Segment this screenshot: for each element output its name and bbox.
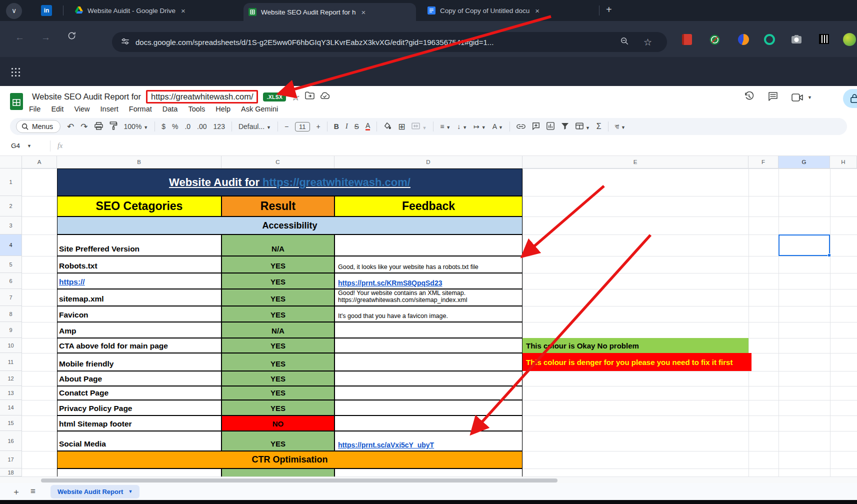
cell-banner-title[interactable]: Website Audit for https://greatwhitewash… (57, 168, 522, 196)
cell-result-row16[interactable]: YES (222, 431, 334, 451)
table-views-icon[interactable]: ▼ (576, 122, 590, 131)
extension-adblock-icon[interactable] (709, 34, 720, 48)
print-icon[interactable] (94, 122, 103, 132)
cell-label-row15[interactable]: html Sitemap footer (57, 416, 222, 431)
cell-header-feedback[interactable]: Feedback (334, 196, 522, 216)
increase-font-size-button[interactable]: + (316, 122, 320, 130)
fill-handle[interactable] (828, 254, 831, 257)
cell-feedback-row16[interactable]: https://prnt.sc/aVxi5cY_ubyT (334, 431, 522, 451)
row-header-2[interactable]: 2 (0, 196, 22, 216)
column-header-g[interactable]: G (778, 156, 830, 168)
cell-label-row8[interactable]: Favicon (57, 306, 222, 322)
text-rotation-icon[interactable]: A ▼ (492, 122, 503, 130)
zoom-select[interactable]: 100% ▼ (124, 122, 148, 130)
row-header-6[interactable]: 6 (0, 273, 22, 289)
extension-red-icon[interactable] (682, 34, 692, 47)
star-icon[interactable]: ☆ (291, 91, 300, 103)
extension-dark-icon[interactable] (819, 34, 829, 44)
cell-result-row6[interactable]: YES (222, 273, 334, 289)
document-title-url-annotated[interactable]: https://greatwhitewash.com/ (146, 90, 258, 104)
cell-label-row16[interactable]: Social Media (57, 431, 222, 451)
banner-link[interactable]: https://greatwhitewash.com/ (262, 176, 410, 188)
bold-icon[interactable]: B (334, 122, 339, 130)
merge-cells-icon[interactable]: ▼ (412, 122, 426, 131)
text-wrap-icon[interactable]: ↦ ▼ (474, 122, 486, 130)
cell-header-result[interactable]: Result (222, 196, 334, 216)
cell-label-row7[interactable]: sitemap.xml (57, 289, 222, 306)
font-select[interactable]: Defaul... ▼ (238, 122, 271, 130)
profile-avatar[interactable] (843, 33, 856, 46)
cell-feedback-row4[interactable] (334, 234, 522, 256)
column-header-f[interactable]: F (748, 156, 778, 168)
cell-result-row13[interactable]: YES (222, 386, 334, 400)
row-header-5[interactable]: 5 (0, 256, 22, 273)
browser-tab-docs[interactable]: Copy of Copy of Untitled docu × (422, 0, 592, 21)
row-header-12[interactable]: 12 (0, 371, 22, 386)
omnibox[interactable]: docs.google.com/spreadsheets/d/1S-g2E5ww… (112, 32, 667, 52)
menu-tools[interactable]: Tools (188, 105, 205, 113)
cell-feedback-row8[interactable]: It's good that you have a favicon image. (334, 306, 522, 322)
row-header-1[interactable]: 1 (0, 168, 22, 196)
grid-corner[interactable] (0, 156, 22, 168)
move-folder-icon[interactable] (305, 92, 314, 102)
cell-section-ctr-optimisation[interactable]: CTR Optimisation (57, 451, 522, 468)
vertical-align-icon[interactable]: ↓ ▼ (457, 122, 467, 130)
cell-label-row10[interactable]: CTA above fold for main page (57, 338, 222, 353)
menu-view[interactable]: View (74, 105, 90, 113)
zoom-indicator-icon[interactable] (620, 36, 629, 48)
apps-grid-icon[interactable] (10, 66, 20, 76)
cell-label-row6[interactable]: https:// (57, 273, 222, 289)
row-header-9[interactable]: 9 (0, 322, 22, 338)
name-box[interactable]: G4 ▼ (0, 142, 43, 150)
column-header-h[interactable]: H (830, 156, 857, 168)
cell-label-row11[interactable]: Mobile friendly (57, 353, 222, 371)
cell-label-row14[interactable]: Privacy Policy Page (57, 400, 222, 416)
menu-data[interactable]: Data (162, 105, 178, 113)
row-header-17[interactable]: 17 (0, 451, 22, 468)
row-header-4[interactable]: 4 (0, 234, 22, 256)
share-button[interactable] (843, 89, 857, 108)
cell-feedback-row6[interactable]: https://prnt.sc/KRmS8QpqSd23 (334, 273, 522, 289)
spreadsheet-grid[interactable]: ABCDEFGH123456789101112131415161718 Webs… (0, 156, 857, 476)
cell-label-row9[interactable]: Amp (57, 322, 222, 338)
text-color-icon[interactable]: A (366, 122, 370, 130)
row-header-8[interactable]: 8 (0, 306, 22, 322)
menu-file[interactable]: File (29, 105, 40, 113)
document-title[interactable]: Website SEO Audit Report for (32, 92, 141, 102)
browser-tab-drive[interactable]: Website Auidit - Google Drive × (70, 0, 239, 21)
row-header-13[interactable]: 13 (0, 386, 22, 400)
undo-icon[interactable]: ↶ (67, 122, 74, 132)
insert-comment-icon[interactable] (532, 122, 540, 132)
scrollbar-thumb[interactable] (41, 478, 558, 482)
column-header-c[interactable]: C (222, 156, 334, 168)
format-percent-icon[interactable]: % (172, 122, 178, 130)
horizontal-align-icon[interactable]: ≡ ▼ (440, 122, 450, 130)
create-filter-icon[interactable] (561, 122, 569, 131)
cell-result-row11[interactable]: YES (222, 353, 334, 371)
toolbar-menus-search[interactable]: Menus (16, 120, 60, 133)
italic-icon[interactable]: I (346, 122, 348, 130)
cell-label-row4[interactable]: Site Preffered Version (57, 234, 222, 256)
cell-result-row5[interactable]: YES (222, 256, 334, 273)
cell-result-row9[interactable]: N/A (222, 322, 334, 338)
format-currency-icon[interactable]: $ (162, 122, 166, 130)
sheet-tab-active[interactable]: Website Audit Report ▼ (50, 485, 140, 498)
cell-feedback-row10[interactable] (334, 338, 522, 353)
number-format-icon[interactable]: 123 (214, 122, 225, 130)
add-sheet-icon[interactable]: ＋ (12, 486, 20, 498)
font-size-input[interactable]: 11 (295, 122, 310, 132)
tab-close-icon[interactable]: × (181, 6, 186, 15)
decrease-decimal-icon[interactable]: .0 (184, 122, 190, 130)
cell-feedback-row5[interactable]: Good, it looks like your website has a r… (334, 256, 522, 273)
row-header-11[interactable]: 11 (0, 353, 22, 371)
bookmark-star-icon[interactable]: ☆ (644, 36, 652, 48)
menu-edit[interactable]: Edit (51, 105, 64, 113)
cell-label-row5[interactable]: Robots.txt (57, 256, 222, 273)
cell-result-row10[interactable]: YES (222, 338, 334, 353)
cell-partial-row18-d[interactable] (334, 468, 522, 476)
row-header-16[interactable]: 16 (0, 431, 22, 451)
cell-feedback-row15[interactable] (334, 416, 522, 431)
video-call-icon[interactable]: ▼ (792, 93, 812, 102)
cell-feedback-row7[interactable]: Good! Your website contains an XML sitem… (334, 289, 522, 306)
cell-result-row7[interactable]: YES (222, 289, 334, 306)
